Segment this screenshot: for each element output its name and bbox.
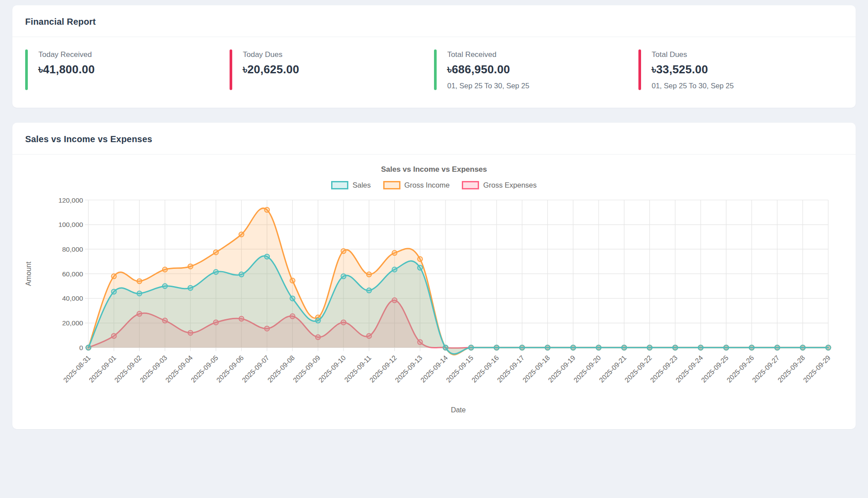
- svg-text:2025-09-01: 2025-09-01: [87, 354, 117, 384]
- stat-label: Total Dues: [652, 49, 734, 59]
- svg-text:2025-09-28: 2025-09-28: [776, 354, 806, 384]
- svg-text:2025-09-05: 2025-09-05: [189, 354, 219, 384]
- financial-report-header: Financial Report: [12, 5, 856, 37]
- stat-amount: ৳33,525.00: [652, 63, 734, 76]
- stat-label: Today Dues: [243, 49, 299, 59]
- svg-text:20,000: 20,000: [62, 319, 83, 327]
- stat-today-dues: Today Dues ৳20,625.00: [230, 49, 434, 90]
- stat-amount: ৳41,800.00: [38, 63, 95, 76]
- stat-period: 01, Sep 25 To 30, Sep 25: [652, 82, 734, 90]
- legend-swatch-sales: [331, 181, 348, 189]
- financial-report-title: Financial Report: [25, 17, 843, 27]
- svg-text:2025-09-07: 2025-09-07: [241, 354, 271, 384]
- svg-text:2025-09-29: 2025-09-29: [802, 354, 832, 384]
- legend-item-sales[interactable]: Sales: [331, 181, 370, 189]
- stat-total-received: Total Received ৳686,950.00 01, Sep 25 To…: [434, 49, 638, 90]
- stat-amount: ৳686,950.00: [447, 63, 529, 76]
- svg-text:60,000: 60,000: [62, 270, 83, 278]
- sales-chart-card: Sales vs Income vs Expenses Sales vs Inc…: [12, 123, 856, 429]
- svg-text:40,000: 40,000: [62, 294, 83, 302]
- stat-today-received: Today Received ৳41,800.00: [25, 49, 230, 90]
- svg-text:2025-09-06: 2025-09-06: [215, 354, 245, 384]
- sales-chart-card-title: Sales vs Income vs Expenses: [25, 134, 843, 144]
- svg-text:2025-09-03: 2025-09-03: [139, 354, 169, 384]
- stats-row: Today Received ৳41,800.00 Today Dues ৳20…: [12, 37, 856, 108]
- stat-amount: ৳20,625.00: [243, 63, 299, 76]
- sales-income-expenses-chart[interactable]: 020,00040,00060,00080,000100,000120,0002…: [19, 193, 849, 418]
- svg-text:2025-09-14: 2025-09-14: [419, 354, 449, 384]
- svg-text:120,000: 120,000: [58, 196, 83, 204]
- svg-text:Date: Date: [451, 406, 466, 414]
- legend-label: Gross Income: [404, 181, 450, 189]
- svg-text:2025-09-12: 2025-09-12: [368, 354, 398, 384]
- stat-total-dues: Total Dues ৳33,525.00 01, Sep 25 To 30, …: [638, 49, 843, 90]
- sales-chart-card-header: Sales vs Income vs Expenses: [12, 123, 856, 155]
- svg-text:2025-09-04: 2025-09-04: [164, 354, 194, 384]
- svg-text:2025-09-27: 2025-09-27: [751, 354, 781, 384]
- svg-text:2025-09-17: 2025-09-17: [496, 354, 526, 384]
- legend-item-gross-expenses[interactable]: Gross Expenses: [462, 181, 536, 189]
- svg-text:2025-09-08: 2025-09-08: [266, 354, 296, 384]
- svg-text:2025-09-24: 2025-09-24: [674, 354, 704, 384]
- svg-text:2025-09-26: 2025-09-26: [725, 354, 755, 384]
- svg-text:2025-09-09: 2025-09-09: [291, 354, 321, 384]
- svg-text:2025-09-21: 2025-09-21: [598, 354, 628, 384]
- svg-text:2025-09-22: 2025-09-22: [623, 354, 653, 384]
- legend-label: Gross Expenses: [483, 181, 536, 189]
- legend-item-gross-income[interactable]: Gross Income: [383, 181, 450, 189]
- svg-text:0: 0: [79, 344, 83, 351]
- chart-body: Sales vs Income vs Expenses Sales Gross …: [12, 155, 856, 429]
- svg-text:2025-09-20: 2025-09-20: [572, 354, 602, 384]
- svg-text:2025-09-18: 2025-09-18: [521, 354, 551, 384]
- svg-text:2025-09-13: 2025-09-13: [393, 354, 423, 384]
- legend-swatch-gross-expenses: [462, 181, 479, 189]
- svg-text:2025-09-19: 2025-09-19: [547, 354, 577, 384]
- svg-text:100,000: 100,000: [58, 221, 83, 228]
- svg-text:2025-09-02: 2025-09-02: [113, 354, 143, 384]
- stat-label: Total Received: [447, 49, 529, 59]
- stat-label: Today Received: [38, 49, 95, 59]
- svg-text:2025-09-15: 2025-09-15: [445, 354, 475, 384]
- svg-text:2025-09-25: 2025-09-25: [700, 354, 730, 384]
- chart-legend: Sales Gross Income Gross Expenses: [19, 181, 849, 189]
- svg-text:2025-09-23: 2025-09-23: [649, 354, 679, 384]
- svg-text:Amount: Amount: [25, 261, 32, 286]
- stat-period: 01, Sep 25 To 30, Sep 25: [447, 82, 529, 90]
- svg-text:2025-09-10: 2025-09-10: [317, 354, 347, 384]
- legend-swatch-gross-income: [383, 181, 400, 189]
- svg-text:80,000: 80,000: [62, 245, 83, 253]
- page: { "financial_report": { "title": "Financ…: [0, 0, 868, 441]
- chart-title: Sales vs Income vs Expenses: [19, 165, 849, 174]
- financial-report-card: Financial Report Today Received ৳41,800.…: [12, 5, 856, 108]
- legend-label: Sales: [352, 181, 370, 189]
- svg-text:2025-09-16: 2025-09-16: [470, 354, 500, 384]
- svg-text:2025-08-31: 2025-08-31: [62, 354, 92, 384]
